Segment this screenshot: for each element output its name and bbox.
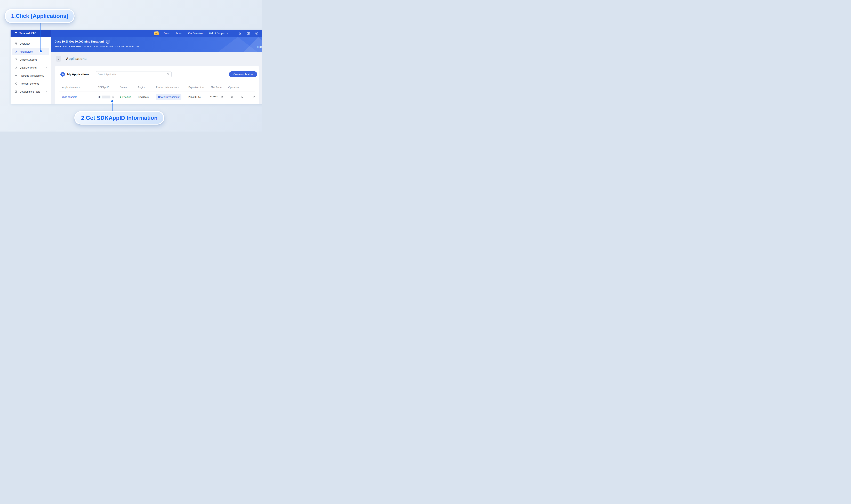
header-application-name: Application name	[62, 85, 80, 90]
development-tools-icon	[15, 90, 18, 93]
header-expiration-time: Expiration time	[189, 85, 204, 90]
package-management-icon	[15, 74, 18, 77]
nav-item-demo[interactable]: Demo	[161, 30, 173, 37]
brand-logo-block[interactable]: Tencent RTC	[11, 30, 51, 37]
filter-icon[interactable]	[178, 86, 180, 89]
cell-expiration-time: 2024-06-14	[189, 92, 201, 102]
banner-title: Just $9.9! Get 50,000mins Duration!	[55, 40, 104, 43]
chevron-down-icon[interactable]	[45, 66, 47, 69]
annotation-step2: 2.Get SDKAppID Information	[74, 111, 164, 125]
usage-statistics-icon	[15, 58, 18, 61]
relevant-services-icon	[15, 82, 18, 85]
console-window: Tencent RTC % Demo Docs SDK Download Hel…	[11, 30, 262, 104]
cell-sdksecret: ******	[210, 92, 223, 102]
header-operation: Operation	[228, 85, 238, 90]
coupon-percent-glyph: %	[155, 32, 157, 35]
cell-operation	[230, 92, 255, 102]
page-title: Applications	[66, 57, 87, 61]
application-link[interactable]: chat_example	[62, 96, 77, 98]
cell-region: Singapore	[138, 92, 149, 102]
sidebar: Overview Applications Usage Statistics D…	[11, 37, 51, 104]
banner-hide-link[interactable]: Hide	[258, 46, 262, 48]
sdkappid-visible-digits: 20	[98, 96, 101, 98]
back-arrow-icon	[57, 57, 60, 60]
monitor-chart-icon[interactable]	[241, 96, 244, 98]
create-application-button[interactable]: Create application	[229, 71, 257, 77]
cell-product-information: Chat : Development	[156, 92, 181, 102]
eye-icon[interactable]	[220, 96, 223, 98]
enter-application-icon[interactable]	[230, 96, 233, 98]
chevron-down-icon	[226, 33, 228, 34]
sidebar-item-overview[interactable]: Overview	[12, 40, 49, 47]
sidebar-item-development-tools[interactable]: Development Tools	[12, 88, 49, 95]
content-area: Applications My Applications Create appl…	[51, 52, 262, 104]
top-navbar: Tencent RTC % Demo Docs SDK Download Hel…	[11, 30, 262, 37]
applications-compass-icon	[15, 50, 18, 53]
document-icon[interactable]	[252, 96, 255, 98]
sidebar-item-data-monitoring[interactable]: Data Monitoring	[12, 64, 49, 71]
application-search-box	[96, 71, 172, 77]
banner-subtitle: Tencent RTC Special Deal: Just $9.9 & 80…	[51, 44, 262, 48]
back-button[interactable]	[56, 56, 61, 61]
brand-name: Tencent RTC	[19, 32, 36, 35]
overview-grid-icon	[15, 42, 18, 45]
data-monitoring-icon	[15, 66, 18, 69]
header-sdkappid: SDKAppID	[98, 85, 109, 90]
billing-icon[interactable]	[238, 32, 242, 35]
annotation-dot-1	[40, 50, 42, 52]
copy-icon[interactable]	[111, 96, 114, 98]
chevron-down-icon[interactable]	[45, 90, 47, 93]
status-enabled-dot	[120, 96, 121, 98]
tencent-rtc-logo-icon	[14, 32, 18, 35]
sidebar-item-applications[interactable]: Applications	[12, 48, 49, 55]
my-applications-card: My Applications Create application Appli…	[55, 66, 259, 104]
sidebar-item-usage-statistics[interactable]: Usage Statistics	[12, 56, 49, 63]
cell-application-name: chat_example	[62, 92, 77, 102]
search-input[interactable]	[98, 73, 166, 75]
cell-status: Enabled	[120, 92, 131, 102]
annotation-connector-1	[40, 23, 41, 50]
my-applications-icon	[60, 72, 65, 76]
coupon-icon[interactable]: %	[154, 31, 159, 35]
annotation-connector-2	[112, 102, 112, 111]
nav-item-help-support[interactable]: Help & Support	[206, 30, 231, 37]
header-region: Region	[138, 85, 145, 90]
product-tag: Chat : Development	[156, 94, 181, 100]
header-sdksecret: SDKSecret...	[211, 85, 224, 90]
account-icon[interactable]	[254, 32, 259, 35]
sdksecret-masked: ******	[210, 96, 218, 98]
annotation-dot-2	[111, 100, 113, 103]
navbar-right-group: % Demo Docs SDK Download Help & Support	[154, 30, 261, 37]
screenshot-canvas: Tencent RTC % Demo Docs SDK Download Hel…	[0, 0, 262, 131]
mail-icon[interactable]	[246, 32, 250, 35]
status-text: Enabled	[122, 96, 131, 98]
nav-item-sdk-download[interactable]: SDK Download	[184, 30, 206, 37]
sdkappid-redacted	[102, 96, 110, 98]
nav-item-docs[interactable]: Docs	[173, 30, 184, 37]
card-title: My Applications	[67, 73, 89, 76]
annotation-step1: 1.Click [Applications]	[5, 9, 74, 23]
sidebar-item-package-management[interactable]: Package Management	[12, 72, 49, 79]
search-icon[interactable]	[166, 73, 169, 76]
banner-arrow-button[interactable]: →	[106, 40, 110, 44]
header-status: Status	[120, 85, 127, 90]
navbar-divider	[234, 32, 234, 35]
header-product-information: Product information	[156, 85, 180, 90]
promo-banner: Just $9.9! Get 50,000mins Duration! → Te…	[51, 37, 262, 52]
sidebar-item-relevant-services[interactable]: Relevant Services	[12, 80, 49, 87]
